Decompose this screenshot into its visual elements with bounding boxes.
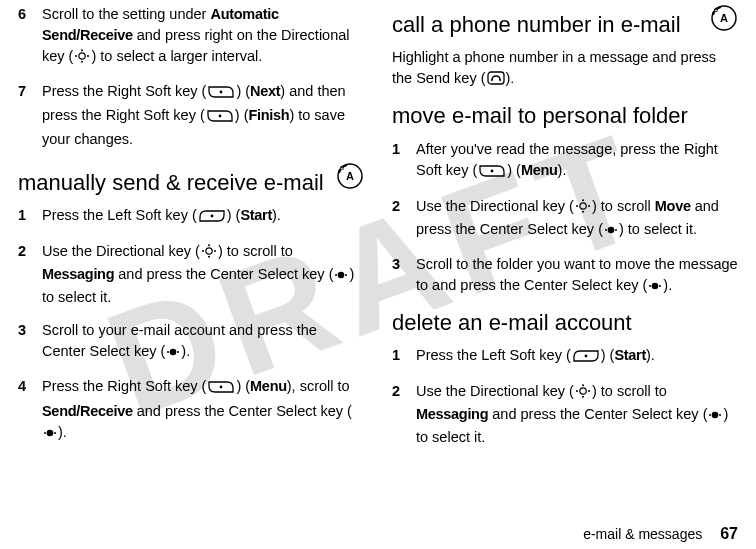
center-select-key-icon: [648, 277, 662, 298]
text: ) (: [227, 207, 241, 223]
step-body: Press the Left Soft key () (Start).: [416, 345, 738, 369]
directional-key-icon: [575, 198, 591, 219]
text: After you've read the message, press the…: [416, 141, 718, 178]
directional-key-icon: [74, 48, 90, 69]
step-body: Use the Directional key () to scroll to …: [42, 241, 364, 308]
heading-delete-account: delete an e-mail account: [392, 310, 738, 335]
svg-text:A: A: [346, 170, 354, 182]
step-body: Scroll to your e-mail account and press …: [42, 320, 364, 364]
svg-point-14: [214, 250, 216, 252]
step-6: 6 Scroll to the setting under Automatic …: [18, 4, 364, 69]
step-3: 3 Scroll to the folder you want to move …: [392, 254, 738, 298]
right-soft-key-icon: [478, 163, 506, 184]
svg-point-4: [81, 61, 83, 63]
step-2: 2 Use the Directional key () to scroll t…: [18, 241, 364, 308]
text: Scroll to the folder you want to move th…: [416, 256, 738, 293]
step-4: 4 Press the Right Soft key () (Menu), sc…: [18, 376, 364, 444]
svg-point-21: [167, 351, 169, 353]
step-body: Scroll to the folder you want to move th…: [416, 254, 738, 298]
svg-point-39: [582, 210, 584, 212]
step-number: 1: [392, 139, 416, 184]
text: and press the Center Select key (: [133, 403, 352, 419]
svg-point-20: [170, 349, 177, 356]
label-messaging: Messaging: [42, 266, 114, 282]
svg-point-44: [649, 285, 651, 287]
step-3: 3 Scroll to your e-mail account and pres…: [18, 320, 364, 364]
step-number: 1: [392, 345, 416, 369]
svg-point-17: [338, 272, 345, 279]
svg-point-35: [580, 202, 586, 208]
step-number: 6: [18, 4, 42, 69]
right-soft-key-icon: [207, 84, 235, 105]
svg-point-46: [584, 355, 587, 358]
text: Highlight a phone number in a message an…: [392, 49, 716, 86]
svg-point-43: [652, 282, 659, 289]
svg-point-53: [709, 414, 711, 416]
step-7: 7 Press the Right Soft key () (Next) and…: [18, 81, 364, 150]
text: ).: [181, 343, 190, 359]
svg-point-37: [588, 205, 590, 207]
heading-move-folder: move e-mail to personal folder: [392, 103, 738, 128]
svg-point-36: [576, 205, 578, 207]
svg-point-23: [220, 386, 223, 389]
heading-call-number: call a phone number in e-mail: [392, 12, 702, 37]
text: Scroll to the setting under: [42, 6, 210, 22]
step-2: 2 Use the Directional key () to scroll M…: [392, 196, 738, 242]
step-number: 7: [18, 81, 42, 150]
left-soft-key-icon: [572, 348, 600, 369]
svg-point-5: [220, 91, 223, 94]
svg-point-45: [659, 285, 661, 287]
step-body: Press the Right Soft key () (Next) and t…: [42, 81, 364, 150]
text: ) (: [235, 107, 249, 123]
text: ) to scroll to: [218, 243, 293, 259]
text: ).: [558, 162, 567, 178]
svg-point-42: [615, 229, 617, 231]
text: ).: [663, 277, 672, 293]
step-2: 2 Use the Directional key () to scroll t…: [392, 381, 738, 448]
step-number: 2: [392, 381, 416, 448]
svg-point-2: [87, 55, 89, 57]
svg-point-32: [491, 79, 493, 81]
text: and press the Center Select key (: [488, 406, 707, 422]
text: ) to select a larger interval.: [91, 48, 262, 64]
right-soft-key-icon: [206, 108, 234, 129]
step-body: Use the Directional key () to scroll to …: [416, 381, 738, 448]
svg-rect-31: [488, 72, 504, 84]
center-select-key-icon: [43, 424, 57, 445]
svg-point-1: [75, 55, 77, 57]
svg-point-18: [335, 274, 337, 276]
left-column: 6 Scroll to the setting under Automatic …: [18, 4, 364, 510]
heading-row: call a phone number in e-mail A+: [392, 4, 738, 47]
label-messaging: Messaging: [416, 406, 488, 422]
heading-manual-send-receive: manually send & receive e-mail: [18, 170, 328, 195]
svg-point-48: [576, 390, 578, 392]
svg-point-11: [210, 215, 213, 218]
svg-point-54: [719, 414, 721, 416]
svg-point-38: [582, 199, 584, 201]
feature-badge-icon: A+: [336, 162, 364, 190]
svg-point-0: [79, 53, 85, 59]
intro-text: Highlight a phone number in a message an…: [392, 47, 738, 91]
directional-key-icon: [201, 243, 217, 264]
svg-point-51: [582, 396, 584, 398]
right-column: call a phone number in e-mail A+ Highlig…: [392, 4, 738, 510]
text: ) (: [236, 83, 250, 99]
directional-key-icon: [575, 383, 591, 404]
svg-point-26: [54, 432, 56, 434]
text: ).: [272, 207, 281, 223]
label-menu: Menu: [250, 378, 287, 394]
center-select-key-icon: [166, 343, 180, 364]
label-start: Start: [614, 347, 646, 363]
label-send-receive: Send/Receive: [42, 403, 133, 419]
left-soft-key-icon: [198, 208, 226, 229]
svg-point-22: [177, 351, 179, 353]
svg-point-50: [582, 384, 584, 386]
text: ), scroll to: [287, 378, 350, 394]
step-number: 4: [18, 376, 42, 444]
center-select-key-icon: [708, 406, 722, 427]
step-body: Press the Left Soft key () (Start).: [42, 205, 364, 229]
svg-point-47: [580, 388, 586, 394]
text: Press the Left Soft key (: [42, 207, 197, 223]
svg-point-12: [206, 248, 212, 254]
heading-row: manually send & receive e-mail A+: [18, 162, 364, 205]
